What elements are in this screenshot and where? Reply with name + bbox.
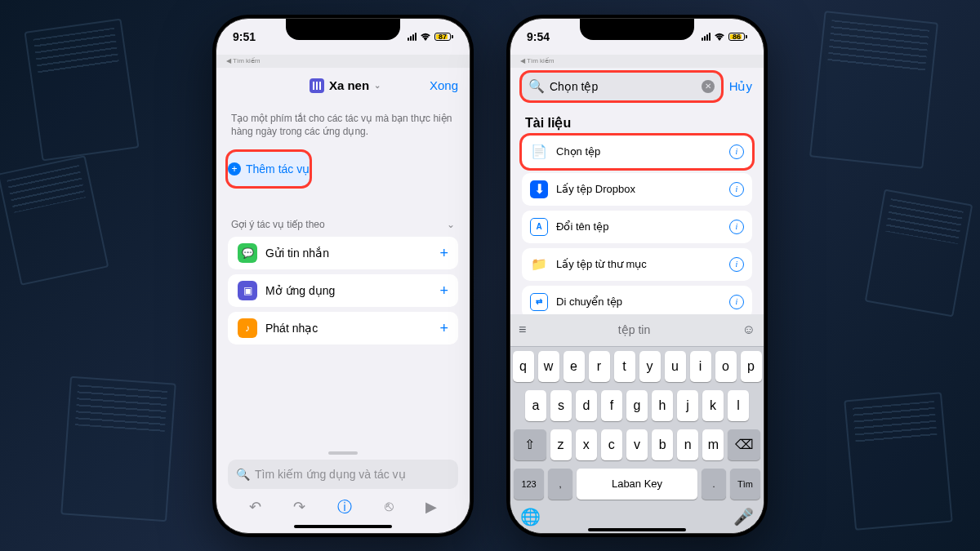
play-button[interactable]: ▶: [425, 498, 437, 516]
key-z[interactable]: z: [550, 429, 572, 460]
search-apps-field[interactable]: 🔍 Tìm kiếm ứng dụng và tác vụ: [228, 460, 458, 489]
key-t[interactable]: t: [614, 351, 635, 382]
cancel-button[interactable]: Hủy: [729, 79, 752, 94]
drag-handle[interactable]: [328, 451, 358, 455]
emoji-icon[interactable]: ☺: [742, 322, 755, 337]
key-g[interactable]: g: [626, 390, 648, 421]
mic-icon[interactable]: 🎤: [733, 507, 754, 527]
space-key[interactable]: Laban Key: [577, 469, 697, 500]
wifi-icon: [714, 33, 725, 41]
search-field[interactable]: 🔍 ✕: [522, 73, 721, 100]
key-k[interactable]: k: [702, 390, 724, 421]
result-item[interactable]: AĐổi tên tệpi: [522, 211, 752, 243]
suggestion-icon: 💬: [238, 243, 257, 263]
key-u[interactable]: u: [665, 351, 686, 382]
numbers-key[interactable]: 123: [514, 469, 544, 500]
nav-title[interactable]: Xa nen ⌄: [310, 78, 381, 93]
share-button[interactable]: ⎋: [385, 498, 394, 515]
result-item[interactable]: 📁Lấy tệp từ thư mụci: [522, 248, 752, 281]
result-icon: ⬇: [530, 180, 548, 198]
result-label: Di chuyển tệp: [556, 295, 721, 308]
key-x[interactable]: x: [576, 429, 597, 460]
suggestion-icon: ▣: [238, 281, 257, 300]
return-key[interactable]: Tìm: [730, 469, 760, 500]
suggestion-item[interactable]: ▣Mở ứng dụng+: [228, 274, 458, 307]
key-a[interactable]: a: [525, 390, 546, 421]
comma-key[interactable]: ,: [548, 469, 572, 500]
key-s[interactable]: s: [550, 390, 572, 421]
suggestion-item[interactable]: ♪Phát nhạc+: [228, 312, 458, 344]
info-button[interactable]: ⓘ: [337, 497, 352, 517]
result-icon: 📁: [530, 256, 548, 273]
add-icon[interactable]: +: [439, 320, 448, 337]
key-r[interactable]: r: [589, 351, 610, 382]
result-item[interactable]: 📄Chọn tệpi: [522, 136, 752, 168]
key-l[interactable]: l: [728, 390, 749, 421]
add-icon[interactable]: +: [439, 282, 448, 300]
key-f[interactable]: f: [601, 390, 622, 421]
key-d[interactable]: d: [576, 390, 597, 421]
clear-button[interactable]: ✕: [702, 80, 715, 93]
info-icon[interactable]: i: [729, 220, 744, 234]
signal-icon: [408, 33, 416, 41]
keyboard-menu-icon[interactable]: ≡: [519, 322, 526, 337]
toolbar: ↶ ↷ ⓘ ⎋ ▶: [216, 491, 470, 523]
key-p[interactable]: p: [741, 351, 762, 382]
result-label: Lấy tệp từ thư mục: [556, 258, 721, 270]
delete-key[interactable]: ⌫: [728, 429, 760, 460]
status-time: 9:54: [527, 30, 550, 43]
breadcrumb[interactable]: ◀ Tìm kiếm: [510, 55, 764, 68]
key-j[interactable]: j: [677, 390, 698, 421]
home-indicator[interactable]: [294, 525, 392, 528]
info-icon[interactable]: i: [729, 257, 744, 272]
key-q[interactable]: q: [513, 351, 534, 382]
battery-icon: 86: [728, 33, 747, 41]
chevron-down-icon: ⌄: [447, 219, 455, 230]
key-w[interactable]: w: [538, 351, 559, 382]
redo-button[interactable]: ↷: [293, 498, 305, 516]
key-v[interactable]: v: [626, 429, 648, 460]
result-icon: 📄: [530, 143, 548, 161]
key-e[interactable]: e: [564, 351, 585, 382]
phone-right: 9:54 86 ◀ Tìm kiếm 🔍 ✕ Hủy Tài liệu 📄Chọ…: [506, 15, 768, 537]
key-c[interactable]: c: [601, 429, 622, 460]
suggestion-icon: ♪: [238, 318, 257, 338]
keyboard-suggestion[interactable]: tệp tin: [618, 323, 650, 336]
shift-key[interactable]: ⇧: [514, 429, 546, 460]
key-y[interactable]: y: [639, 351, 661, 382]
result-label: Đổi tên tệp: [556, 220, 721, 233]
chevron-down-icon: ⌄: [374, 81, 381, 90]
key-o[interactable]: o: [715, 351, 737, 382]
notch: [286, 19, 400, 40]
key-m[interactable]: m: [702, 429, 724, 460]
search-input[interactable]: [550, 80, 697, 93]
breadcrumb[interactable]: ◀ Tìm kiếm: [216, 55, 470, 68]
suggestions-header[interactable]: Gợi ý tác vụ tiếp theo ⌄: [216, 186, 470, 237]
globe-icon[interactable]: 🌐: [520, 507, 541, 527]
add-icon[interactable]: +: [439, 245, 448, 262]
add-action-button[interactable]: + Thêm tác vụ: [228, 152, 310, 186]
home-indicator[interactable]: [588, 528, 686, 531]
search-icon: 🔍: [236, 468, 250, 481]
done-button[interactable]: Xong: [430, 78, 458, 92]
suggestion-label: Phát nhạc: [265, 322, 431, 335]
shortcut-icon: [310, 78, 324, 93]
key-n[interactable]: n: [677, 429, 698, 460]
key-b[interactable]: b: [652, 429, 673, 460]
key-i[interactable]: i: [690, 351, 711, 382]
suggestion-label: Gửi tin nhắn: [265, 247, 431, 260]
period-key[interactable]: .: [702, 469, 726, 500]
suggestion-item[interactable]: 💬Gửi tin nhắn+: [228, 237, 458, 269]
search-icon: 🔍: [528, 78, 545, 94]
undo-button[interactable]: ↶: [249, 498, 261, 516]
plus-icon: +: [228, 162, 241, 176]
key-h[interactable]: h: [652, 390, 673, 421]
wifi-icon: [420, 33, 431, 41]
info-icon[interactable]: i: [729, 182, 744, 197]
svg-rect-1: [316, 82, 318, 90]
info-icon[interactable]: i: [729, 295, 744, 309]
result-item[interactable]: ⬇Lấy tệp Dropboxi: [522, 173, 752, 206]
result-item[interactable]: ⇄Di chuyển tệpi: [522, 286, 752, 318]
nav-bar: Xa nen ⌄ Xong: [216, 68, 470, 104]
info-icon[interactable]: i: [729, 144, 744, 159]
